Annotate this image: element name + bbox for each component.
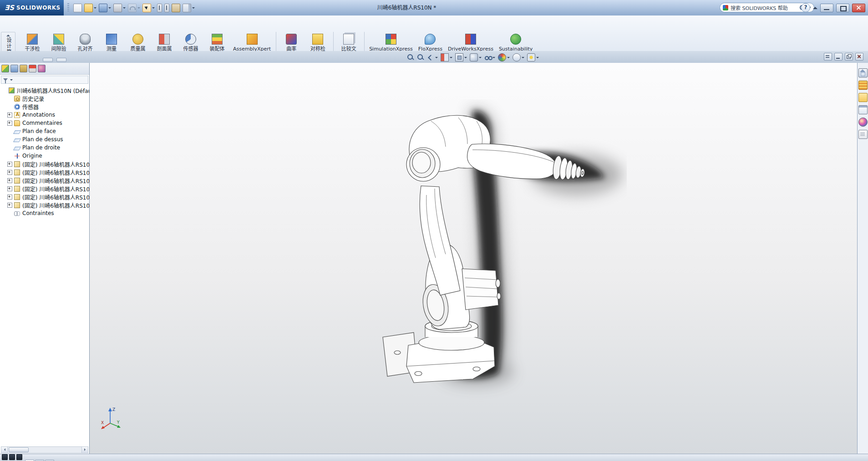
zoom-to-fit-button[interactable]	[406, 53, 415, 61]
command-tab[interactable]	[66, 58, 78, 63]
tree-filter[interactable]	[1, 76, 88, 84]
open-button[interactable]	[84, 3, 97, 13]
command-tab[interactable]	[15, 58, 27, 63]
search-box[interactable]: 搜索 SOLIDWORKS 帮助	[720, 3, 814, 12]
tree-item[interactable]: (固定) 川崎6轴机器人RS10	[0, 160, 89, 168]
tree-item[interactable]: Contraintes	[0, 209, 89, 217]
tree-item[interactable]: (固定) 川崎6轴机器人RS10	[0, 176, 89, 184]
view-settings-button[interactable]	[527, 53, 539, 62]
search-placeholder[interactable]: 搜索 SOLIDWORKS 帮助	[731, 4, 797, 11]
tree-item[interactable]: 传感器	[0, 102, 89, 111]
tree-item[interactable]: (固定) 川崎6轴机器人RS10	[0, 168, 89, 176]
view-orientation-button[interactable]	[455, 53, 467, 62]
dropdown-caret-icon[interactable]	[507, 57, 510, 60]
toggle-narrow-b-button[interactable]	[164, 3, 170, 13]
toggle-narrow-a-button[interactable]	[157, 3, 162, 13]
dropdown-caret-icon[interactable]	[108, 7, 111, 10]
resources-icon[interactable]	[858, 68, 868, 77]
custom-properties-icon[interactable]	[858, 130, 868, 139]
filter-caret-icon[interactable]	[10, 79, 13, 82]
expander-icon[interactable]	[7, 113, 12, 118]
design-library-icon[interactable]	[858, 81, 868, 90]
dropdown-caret-icon[interactable]	[492, 57, 495, 60]
save-button[interactable]	[98, 3, 112, 13]
tree-item[interactable]: Origine	[0, 152, 89, 160]
help-button[interactable]: ?	[801, 3, 810, 12]
new-document-button[interactable]	[73, 3, 82, 13]
tree-item[interactable]: 川崎6轴机器人RS10N (Défau	[0, 86, 89, 94]
tree-item-icon	[14, 178, 20, 184]
display-style-button[interactable]	[469, 53, 482, 62]
tree-item[interactable]: 历史记录	[0, 94, 89, 102]
tree-horizontal-scrollbar[interactable]	[1, 446, 88, 453]
dropdown-caret-icon[interactable]	[192, 7, 195, 10]
dropdown-caret-icon[interactable]	[522, 57, 524, 60]
tree-item[interactable]: (固定) 川崎6轴机器人RS10	[0, 184, 89, 193]
dropdown-caret-icon[interactable]	[450, 57, 452, 60]
tree-item-icon	[13, 130, 21, 134]
expander-icon[interactable]	[7, 195, 12, 200]
clipboard-button[interactable]	[171, 3, 181, 13]
tree-item[interactable]: (固定) 川崎6轴机器人RS10	[0, 201, 89, 209]
expander-icon[interactable]	[7, 203, 12, 208]
dropdown-caret-icon[interactable]	[152, 7, 155, 10]
expander-icon[interactable]	[7, 121, 12, 126]
command-tab[interactable]	[43, 58, 53, 62]
featuremanager-tab-icon[interactable]	[1, 65, 9, 72]
dropdown-caret-icon[interactable]	[536, 57, 539, 60]
window-menu-button[interactable]	[824, 53, 832, 61]
tree-item[interactable]: Commentaires	[0, 119, 89, 127]
dropdown-caret-icon[interactable]	[137, 7, 140, 10]
minimize-button[interactable]	[834, 53, 843, 61]
configurationmanager-tab-icon[interactable]	[20, 65, 27, 72]
previous-view-button[interactable]	[426, 53, 438, 61]
apply-scene-button[interactable]	[512, 53, 525, 62]
scroll-left-icon[interactable]	[1, 447, 8, 453]
dimxpert-tab-icon[interactable]	[29, 65, 36, 72]
tree-item[interactable]: Plan de face	[0, 127, 89, 135]
propertymanager-tab-icon[interactable]	[10, 65, 18, 72]
section-view-button[interactable]	[440, 53, 453, 62]
expander-icon[interactable]	[7, 162, 12, 167]
close-button[interactable]	[855, 53, 863, 61]
close-button[interactable]	[852, 4, 865, 12]
zoom-to-area-button[interactable]	[416, 53, 425, 61]
command-tab[interactable]	[56, 58, 66, 62]
tree-item[interactable]: Plan de dessus	[0, 135, 89, 143]
dropdown-caret-icon[interactable]	[479, 57, 482, 60]
select-arrow-button[interactable]	[142, 3, 155, 13]
scrollbar-thumb[interactable]	[9, 447, 29, 452]
view-palette-icon[interactable]	[858, 105, 868, 114]
status-block-c-icon[interactable]	[16, 454, 22, 460]
quick-access-toolbar	[73, 3, 195, 13]
maximize-button[interactable]	[836, 4, 849, 12]
minimize-button[interactable]	[820, 4, 833, 12]
dropdown-caret-icon[interactable]	[123, 7, 126, 10]
restore-button[interactable]	[845, 53, 853, 61]
command-tab[interactable]	[27, 58, 39, 63]
status-block-b-icon[interactable]	[9, 454, 15, 460]
print-button[interactable]	[113, 3, 126, 13]
dropdown-caret-icon[interactable]	[94, 7, 96, 10]
file-explorer-icon[interactable]	[858, 93, 868, 102]
tree-item[interactable]: Plan de droite	[0, 143, 89, 152]
displaymanager-tab-icon[interactable]	[38, 65, 46, 72]
appearances-icon[interactable]	[858, 118, 868, 127]
scroll-right-icon[interactable]	[81, 447, 88, 453]
dropdown-caret-icon[interactable]	[464, 57, 467, 60]
undo-button[interactable]	[127, 3, 141, 13]
tree-item[interactable]: (固定) 川崎6轴机器人RS10	[0, 193, 89, 201]
graphics-area[interactable]: Z X Y	[90, 63, 857, 454]
command-tab[interactable]	[4, 58, 15, 63]
tree-item[interactable]: Annotations	[0, 111, 89, 119]
options-panel-button[interactable]	[182, 3, 195, 13]
dropdown-caret-icon[interactable]	[435, 57, 438, 60]
status-block-a-icon[interactable]	[2, 454, 8, 460]
expander-icon[interactable]	[7, 178, 12, 183]
expander-icon[interactable]	[7, 170, 12, 175]
hide-show-items-button[interactable]	[484, 53, 496, 61]
expander-icon[interactable]	[7, 186, 12, 191]
robot-model[interactable]	[363, 99, 627, 400]
edit-appearance-button[interactable]	[497, 53, 510, 62]
collapse-ribbon-icon[interactable]	[813, 5, 817, 9]
